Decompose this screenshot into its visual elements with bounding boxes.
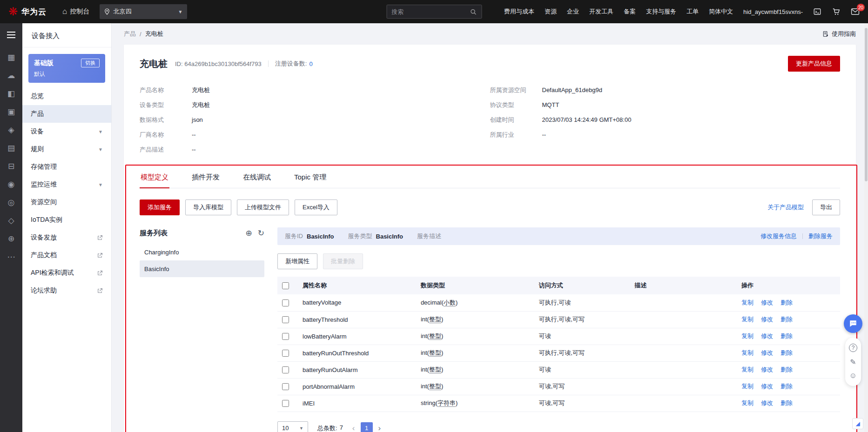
- more-services-icon[interactable]: ⋯: [0, 248, 22, 266]
- messages-icon[interactable]: 20: [851, 8, 860, 15]
- tab-online-debugging[interactable]: 在线调试: [242, 171, 272, 188]
- sidebar-item-rules[interactable]: 规则 ▼: [22, 140, 111, 158]
- huawei-cloud-logo[interactable]: ❋ 华为云: [8, 6, 47, 17]
- collapse-corner-widget[interactable]: ◢: [852, 418, 863, 429]
- add-service-button[interactable]: 添加服务: [140, 199, 180, 215]
- type-term[interactable]: 整型: [429, 316, 441, 323]
- sidebar-item-om[interactable]: 监控运维 ▼: [22, 176, 111, 193]
- search-input[interactable]: [391, 8, 470, 15]
- copy-link[interactable]: 复制: [741, 366, 754, 373]
- menu-support[interactable]: 支持与服务: [646, 7, 676, 16]
- region-selector[interactable]: 北京四 ▼: [100, 4, 187, 19]
- sidebar-item-devices[interactable]: 设备 ▼: [22, 123, 111, 140]
- edit-service-link[interactable]: 修改服务信息: [760, 232, 797, 240]
- breadcrumb-products[interactable]: 产品: [124, 30, 136, 38]
- sidebar-item-storage[interactable]: 存储管理: [22, 158, 111, 176]
- copy-link[interactable]: 复制: [741, 349, 754, 356]
- delete-link[interactable]: 删除: [781, 349, 793, 356]
- type-term[interactable]: 整型: [429, 349, 441, 356]
- help-icon[interactable]: ?: [845, 341, 861, 355]
- edit-link[interactable]: 修改: [761, 332, 773, 339]
- type-term[interactable]: 整型: [429, 366, 441, 373]
- service-item-basicinfo[interactable]: BasicInfo: [140, 260, 264, 277]
- row-checkbox[interactable]: [282, 383, 289, 390]
- edit-link[interactable]: 修改: [761, 349, 773, 356]
- type-term[interactable]: 小数: [444, 299, 456, 306]
- tab-topic-management[interactable]: Topic 管理: [293, 171, 327, 188]
- scrollbar-thumb[interactable]: [865, 28, 868, 181]
- network-icon[interactable]: ◈: [0, 121, 22, 139]
- type-term[interactable]: 整型: [429, 383, 441, 390]
- registered-devices-count[interactable]: 0: [309, 60, 312, 67]
- menu-tickets[interactable]: 工单: [686, 7, 699, 16]
- compute-icon[interactable]: ◧: [0, 85, 22, 103]
- delete-link[interactable]: 删除: [781, 383, 793, 390]
- sidebar-item-overview[interactable]: 总览: [22, 87, 111, 105]
- container-icon[interactable]: ▣: [0, 103, 22, 121]
- delete-link[interactable]: 删除: [781, 366, 793, 373]
- account-name[interactable]: hid_aycwmbf15svxns-: [743, 8, 803, 15]
- sidebar-item-api-explorer[interactable]: API检索和调试: [22, 264, 111, 282]
- next-page-icon[interactable]: ›: [378, 424, 381, 432]
- console-link[interactable]: ⌂ 控制台: [62, 7, 89, 16]
- type-term[interactable]: 整型: [429, 332, 441, 339]
- add-property-button[interactable]: 新增属性: [277, 253, 317, 269]
- row-checkbox[interactable]: [282, 333, 289, 340]
- update-product-button[interactable]: 更新产品信息: [788, 56, 840, 72]
- menu-devtools[interactable]: 开发工具: [589, 7, 613, 16]
- copy-link[interactable]: 复制: [741, 332, 754, 339]
- customer-service-icon[interactable]: [844, 314, 862, 333]
- sidebar-item-device-provisioning[interactable]: 设备发放: [22, 229, 111, 246]
- sidebar-item-iotda-instances[interactable]: IoTDA实例: [22, 211, 111, 229]
- hamburger-menu-icon[interactable]: [5, 30, 17, 40]
- edit-link[interactable]: 修改: [761, 383, 773, 390]
- tab-plugin-development[interactable]: 插件开发: [191, 171, 221, 188]
- upload-model-file-button[interactable]: 上传模型文件: [237, 199, 289, 215]
- database-icon[interactable]: ⊟: [0, 157, 22, 175]
- copy-link[interactable]: 复制: [741, 299, 754, 306]
- row-checkbox[interactable]: [282, 316, 289, 323]
- sidebar-item-products[interactable]: 产品: [22, 105, 111, 123]
- copy-link[interactable]: 复制: [741, 399, 754, 406]
- page-size-select[interactable]: 10 ▼: [277, 421, 308, 432]
- edit-link[interactable]: 修改: [761, 316, 773, 323]
- vertical-scrollbar[interactable]: [864, 23, 868, 432]
- excel-import-button[interactable]: Excel导入: [295, 199, 337, 215]
- copy-link[interactable]: 复制: [741, 316, 754, 323]
- delete-link[interactable]: 删除: [781, 316, 793, 323]
- prev-page-icon[interactable]: ‹: [352, 424, 355, 432]
- import-library-model-button[interactable]: 导入库模型: [185, 199, 231, 215]
- select-all-checkbox[interactable]: [282, 282, 289, 289]
- row-checkbox[interactable]: [282, 400, 289, 407]
- row-checkbox[interactable]: [282, 350, 289, 357]
- delete-service-link[interactable]: 删除服务: [808, 232, 833, 240]
- terminal-icon[interactable]: [813, 7, 821, 16]
- switch-edition-button[interactable]: 切换: [81, 59, 100, 67]
- delete-link[interactable]: 删除: [781, 299, 793, 306]
- usage-guide-link[interactable]: 使用指南: [822, 30, 856, 38]
- delete-link[interactable]: 删除: [781, 332, 793, 339]
- edit-link[interactable]: 修改: [761, 366, 773, 373]
- export-button[interactable]: 导出: [812, 199, 840, 215]
- row-checkbox[interactable]: [282, 366, 289, 373]
- dashboard-icon[interactable]: ▦: [0, 48, 22, 66]
- type-term[interactable]: 字符串: [437, 399, 456, 406]
- feedback-icon[interactable]: ✎: [845, 355, 861, 369]
- iot-icon[interactable]: ⊕: [0, 230, 22, 248]
- row-checkbox[interactable]: [282, 299, 289, 306]
- storage-icon[interactable]: ▤: [0, 139, 22, 157]
- page-number-current[interactable]: 1: [361, 422, 373, 432]
- copy-link[interactable]: 复制: [741, 383, 754, 390]
- cart-icon[interactable]: [832, 7, 841, 16]
- tab-model-definition[interactable]: 模型定义: [140, 171, 169, 188]
- edit-link[interactable]: 修改: [761, 299, 773, 306]
- monitor-icon[interactable]: ◎: [0, 193, 22, 212]
- refresh-icon[interactable]: ↻: [258, 228, 264, 238]
- ai-icon[interactable]: ◇: [0, 212, 22, 230]
- delete-link[interactable]: 删除: [781, 399, 793, 406]
- menu-enterprise[interactable]: 企业: [567, 7, 579, 16]
- about-product-model-link[interactable]: 关于产品模型: [767, 203, 804, 212]
- menu-resources[interactable]: 资源: [545, 7, 557, 16]
- security-icon[interactable]: ◉: [0, 175, 22, 193]
- sidebar-item-product-docs[interactable]: 产品文档: [22, 246, 111, 264]
